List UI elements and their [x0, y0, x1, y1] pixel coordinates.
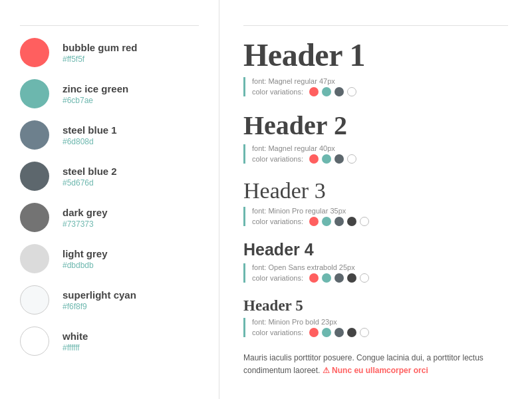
- color-dots-row: color variations:: [252, 154, 508, 164]
- color-dot: [309, 154, 319, 164]
- header-2: Header 2: [243, 111, 508, 140]
- color-swatch: [20, 38, 49, 67]
- type-font: font: Magnel regular 40px: [252, 144, 508, 152]
- color-dot: [322, 154, 331, 164]
- color-dot-outline: [360, 217, 369, 226]
- type-font: font: Minion Pro bold 23px: [252, 318, 508, 326]
- color-hex: #dbdbdb: [63, 261, 108, 270]
- color-hex: #6d808d: [63, 137, 117, 146]
- color-name: superlight cyan: [63, 289, 136, 301]
- color-dots-row: color variations:: [252, 87, 508, 96]
- color-dot: [322, 328, 331, 337]
- color-name: steel blue 1: [63, 124, 117, 136]
- header-3: Header 3: [243, 178, 508, 203]
- color-hex: #737373: [63, 219, 108, 229]
- color-dot: [334, 154, 344, 164]
- color-dot: [334, 328, 344, 337]
- typography-list: Header 1font: Magnel regular 47pxcolor v…: [243, 38, 508, 337]
- color-info: light grey#dbdbdb: [63, 248, 108, 270]
- color-dots-label: color variations:: [252, 329, 303, 336]
- color-info: steel blue 2#5d676d: [63, 166, 117, 188]
- type-meta: font: Open Sans extrabold 25pxcolor vari…: [243, 263, 508, 283]
- color-info: dark grey#737373: [63, 207, 108, 229]
- color-dots-label: color variations:: [252, 274, 303, 282]
- color-info: zinc ice green#6cb7ae: [63, 83, 128, 105]
- color-dot: [334, 87, 344, 96]
- color-swatch: [20, 120, 49, 150]
- color-item: dark grey#737373: [20, 203, 199, 232]
- color-dot-outline: [347, 154, 356, 164]
- type-meta: font: Magnel regular 40pxcolor variation…: [243, 144, 508, 164]
- color-dot: [309, 87, 319, 96]
- color-item: steel blue 1#6d808d: [20, 120, 199, 150]
- color-dot: [347, 273, 356, 283]
- type-meta: font: Minion Pro regular 35pxcolor varia…: [243, 207, 508, 226]
- color-dot: [322, 87, 331, 96]
- type-section: Header 5font: Minion Pro bold 23pxcolor …: [243, 297, 508, 337]
- color-swatch: [20, 79, 49, 108]
- type-font: font: Magnel regular 47px: [252, 77, 508, 85]
- color-item: superlight cyan#f6f8f9: [20, 285, 199, 315]
- color-item: zinc ice green#6cb7ae: [20, 79, 199, 108]
- color-info: white#ffffff: [63, 331, 88, 352]
- color-dots-label: color variations:: [252, 88, 303, 96]
- color-dot: [309, 328, 319, 337]
- color-dots-row: color variations:: [252, 217, 508, 226]
- header-4: Header 4: [243, 241, 508, 259]
- type-font: font: Open Sans extrabold 25px: [252, 263, 508, 271]
- typography-panel: Header 1font: Magnel regular 47pxcolor v…: [219, 0, 532, 399]
- type-meta: font: Minion Pro bold 23pxcolor variatio…: [243, 318, 508, 337]
- color-dots-label: color variations:: [252, 217, 303, 225]
- type-meta: font: Magnel regular 47pxcolor variation…: [243, 77, 508, 96]
- color-swatch: [20, 327, 49, 356]
- color-name: light grey: [63, 248, 108, 259]
- color-item: bubble gum red#ff5f5f: [20, 38, 199, 67]
- color-hex: #ffffff: [63, 343, 88, 352]
- color-swatch: [20, 203, 49, 232]
- color-item: steel blue 2#5d676d: [20, 162, 199, 191]
- body-text-section: Mauris iaculis porttitor posuere. Congue…: [243, 352, 508, 377]
- type-section: Header 1font: Magnel regular 47pxcolor v…: [243, 38, 508, 96]
- body-text-highlight: ⚠ Nunc eu ullamcorper orci: [323, 366, 428, 375]
- color-swatch: [20, 244, 49, 273]
- color-dot: [309, 273, 319, 283]
- color-item: light grey#dbdbdb: [20, 244, 199, 273]
- color-swatch: [20, 285, 49, 315]
- color-dot: [347, 217, 356, 226]
- color-dot: [334, 273, 344, 283]
- type-section: Header 4font: Open Sans extrabold 25pxco…: [243, 241, 508, 283]
- color-hex: #6cb7ae: [63, 96, 128, 105]
- color-item: white#ffffff: [20, 327, 199, 356]
- color-info: steel blue 1#6d808d: [63, 124, 117, 146]
- color-dot-outline: [347, 87, 356, 96]
- color-dots-row: color variations:: [252, 328, 508, 337]
- color-dot: [309, 217, 319, 226]
- color-list: bubble gum red#ff5f5fzinc ice green#6cb7…: [20, 38, 199, 356]
- typography-title: [243, 19, 508, 26]
- color-name: bubble gum red: [63, 42, 138, 53]
- color-info: superlight cyan#f6f8f9: [63, 289, 136, 311]
- color-name: steel blue 2: [63, 166, 117, 177]
- color-palette-title: [20, 19, 199, 26]
- color-dot: [347, 328, 356, 337]
- color-name: dark grey: [63, 207, 108, 218]
- color-palette-panel: bubble gum red#ff5f5fzinc ice green#6cb7…: [0, 0, 219, 399]
- type-font: font: Minion Pro regular 35px: [252, 207, 508, 215]
- color-info: bubble gum red#ff5f5f: [63, 42, 138, 64]
- color-hex: #5d676d: [63, 178, 117, 188]
- color-dots-label: color variations:: [252, 155, 303, 163]
- color-name: white: [63, 331, 88, 342]
- color-dot: [322, 217, 331, 226]
- color-dot-outline: [360, 273, 369, 283]
- color-hex: #f6f8f9: [63, 302, 136, 311]
- header-5: Header 5: [243, 297, 508, 314]
- type-section: Header 2font: Magnel regular 40pxcolor v…: [243, 111, 508, 164]
- color-dot-outline: [360, 328, 369, 337]
- color-dot: [322, 273, 331, 283]
- header-1: Header 1: [243, 38, 508, 73]
- color-name: zinc ice green: [63, 83, 128, 94]
- color-dots-row: color variations:: [252, 273, 508, 283]
- body-text-content: Mauris iaculis porttitor posuere. Congue…: [243, 352, 508, 377]
- color-hex: #ff5f5f: [63, 55, 138, 64]
- type-section: Header 3font: Minion Pro regular 35pxcol…: [243, 178, 508, 226]
